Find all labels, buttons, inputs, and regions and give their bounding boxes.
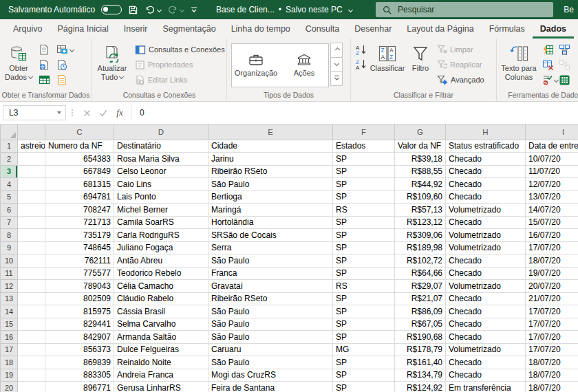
cell[interactable]: Volumetrizado bbox=[446, 343, 526, 356]
cell[interactable]: Armanda Saltão bbox=[114, 331, 208, 344]
cell[interactable] bbox=[18, 369, 45, 382]
column-header-D[interactable]: D bbox=[114, 124, 208, 140]
cell[interactable]: 748645 bbox=[45, 241, 114, 254]
cell[interactable]: Hortolândia bbox=[208, 216, 333, 229]
cell[interactable] bbox=[18, 229, 45, 242]
cell[interactable]: RS bbox=[333, 204, 395, 217]
cell[interactable]: Ribeirão RSeto bbox=[208, 292, 333, 305]
cell[interactable]: Camila SoarRS bbox=[114, 216, 208, 229]
cell[interactable]: 735179 bbox=[45, 229, 114, 242]
tab-página-inicial[interactable]: Página Inicial bbox=[50, 21, 116, 39]
column-header-I[interactable]: I bbox=[526, 124, 578, 140]
cell[interactable]: Checado bbox=[446, 153, 526, 166]
cell[interactable]: 802509 bbox=[45, 292, 114, 305]
cell[interactable]: SP bbox=[333, 356, 395, 369]
cell[interactable]: Teodorico Rebelo bbox=[114, 267, 208, 280]
cell[interactable]: R$88,55 bbox=[395, 165, 446, 178]
sort-descending-button[interactable]: Z A bbox=[355, 58, 367, 70]
data-type-organization[interactable]: Organização bbox=[232, 44, 280, 87]
cell[interactable]: Cássia Brasil bbox=[114, 305, 208, 318]
cell[interactable]: 18/07/20 bbox=[526, 369, 578, 382]
cell[interactable]: R$29,07 bbox=[395, 280, 446, 293]
cell[interactable]: SP bbox=[333, 267, 395, 280]
cell[interactable]: 856373 bbox=[45, 343, 114, 356]
cell[interactable]: 21/07/20 bbox=[526, 292, 578, 305]
cell[interactable]: R$190,68 bbox=[395, 331, 446, 344]
cell[interactable]: R$109,60 bbox=[395, 190, 446, 204]
cell[interactable]: 789043 bbox=[45, 280, 114, 293]
cell[interactable]: Dulce Felgueiras bbox=[114, 343, 208, 356]
cell[interactable]: R$86,09 bbox=[395, 305, 446, 318]
cell[interactable]: Checado bbox=[446, 190, 526, 204]
cell[interactable]: Checado bbox=[446, 331, 526, 344]
cell[interactable]: SP bbox=[333, 216, 395, 229]
column-header-E[interactable]: E bbox=[208, 124, 333, 140]
cell[interactable]: Carla RodriguRS bbox=[114, 229, 208, 242]
filter-button[interactable]: Filtro bbox=[407, 41, 434, 90]
cell[interactable]: Reinaldo Noite bbox=[114, 356, 208, 369]
cell[interactable]: R$309,06 bbox=[395, 229, 446, 242]
cell[interactable]: 17/07/20 bbox=[526, 305, 578, 318]
cell[interactable]: SP bbox=[333, 369, 395, 382]
cell[interactable]: 19/07/20 bbox=[526, 267, 578, 280]
row-header-12[interactable]: 12 bbox=[1, 280, 18, 293]
column-header-C[interactable]: C bbox=[45, 124, 114, 140]
user-badge[interactable]: Be bbox=[564, 0, 574, 19]
row-header-3[interactable]: 3 bbox=[1, 165, 18, 178]
sort-button[interactable]: Z A A Z Classificar bbox=[368, 41, 407, 90]
cell[interactable]: São Paulo bbox=[208, 356, 333, 369]
row-header-17[interactable]: 17 bbox=[1, 343, 18, 356]
cell[interactable]: SP bbox=[333, 318, 395, 331]
tab-layout-da-página[interactable]: Layout da Página bbox=[399, 21, 481, 39]
cell[interactable]: astreio bbox=[18, 140, 45, 153]
tab-consulta[interactable]: Consulta bbox=[298, 21, 347, 39]
cell[interactable] bbox=[18, 241, 45, 254]
cell[interactable]: São Paulo bbox=[208, 305, 333, 318]
cell[interactable]: 667849 bbox=[45, 165, 114, 178]
from-table-range-button[interactable] bbox=[39, 74, 50, 85]
column-header-partial[interactable] bbox=[18, 124, 45, 140]
cell[interactable]: Serra bbox=[208, 241, 333, 254]
cell[interactable]: 869839 bbox=[45, 356, 114, 369]
cell[interactable]: Antão Abreu bbox=[114, 254, 208, 268]
cell[interactable]: Célia Camacho bbox=[114, 280, 208, 293]
cell[interactable]: 17/07/20 bbox=[526, 241, 578, 254]
row-header-11[interactable]: 11 bbox=[1, 267, 18, 280]
cell[interactable]: Jarinu bbox=[208, 153, 333, 166]
cell[interactable]: 721713 bbox=[45, 216, 114, 229]
cell[interactable]: Checado bbox=[446, 356, 526, 369]
from-text-csv-button[interactable] bbox=[39, 44, 50, 56]
column-header-F[interactable]: F bbox=[333, 124, 395, 140]
cell[interactable]: R$123,12 bbox=[395, 216, 446, 229]
cell[interactable]: SP bbox=[333, 241, 395, 254]
cell[interactable] bbox=[18, 331, 45, 344]
cell[interactable]: Ribeirão RSeto bbox=[208, 165, 333, 178]
cell[interactable]: R$39,18 bbox=[395, 153, 446, 166]
cell[interactable]: R$57,13 bbox=[395, 204, 446, 217]
autosave-toggle[interactable] bbox=[101, 5, 122, 14]
cell[interactable]: 15/07/20 bbox=[526, 216, 578, 229]
cell[interactable]: Celso Leonor bbox=[114, 165, 208, 178]
row-header-4[interactable]: 4 bbox=[1, 178, 18, 191]
row-header-15[interactable]: 15 bbox=[1, 318, 18, 331]
cell[interactable]: Data de entre bbox=[526, 140, 578, 153]
save-button[interactable] bbox=[128, 5, 138, 15]
cell[interactable] bbox=[18, 190, 45, 204]
cell[interactable]: R$124,92 bbox=[395, 382, 446, 392]
cell[interactable]: 762111 bbox=[45, 254, 114, 268]
row-header-5[interactable]: 5 bbox=[1, 190, 18, 204]
cell[interactable]: Michel Berner bbox=[114, 204, 208, 217]
cell[interactable]: Mogi das CruzRS bbox=[208, 369, 333, 382]
cell[interactable]: Checado bbox=[446, 369, 526, 382]
tab-desenhar[interactable]: Desenhar bbox=[347, 21, 399, 39]
cell[interactable]: Selma Carvalho bbox=[114, 318, 208, 331]
cell[interactable]: Estados bbox=[333, 140, 395, 153]
cell[interactable]: Volumetrizado bbox=[446, 280, 526, 293]
row-header-6[interactable]: 6 bbox=[1, 204, 18, 217]
gallery-scroll-up-button[interactable] bbox=[330, 43, 343, 58]
cell[interactable] bbox=[18, 305, 45, 318]
cell[interactable]: Checado bbox=[446, 178, 526, 191]
tab-linha-do-tempo[interactable]: Linha do tempo bbox=[224, 21, 298, 39]
cell[interactable] bbox=[18, 178, 45, 191]
search-box[interactable]: Pesquisar bbox=[376, 2, 553, 17]
